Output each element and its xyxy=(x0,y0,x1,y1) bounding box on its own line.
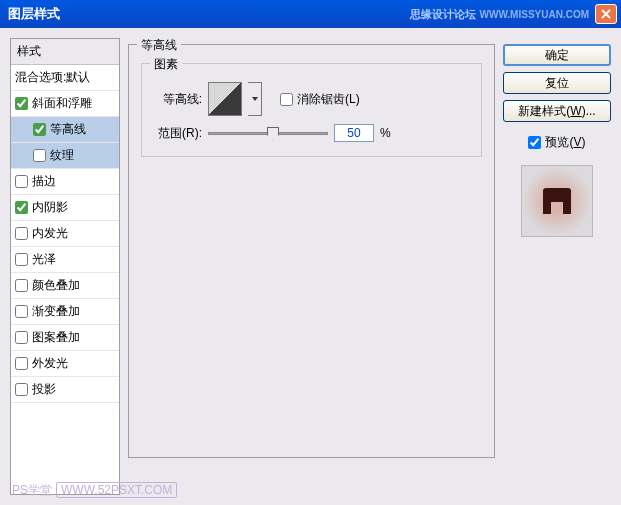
antialias-checkbox-label[interactable]: 消除锯齿(L) xyxy=(280,91,360,108)
style-item-4[interactable]: 描边 xyxy=(11,169,119,195)
style-item-1[interactable]: 斜面和浮雕 xyxy=(11,91,119,117)
range-input[interactable] xyxy=(334,124,374,142)
window-title: 图层样式 xyxy=(8,5,410,23)
close-button[interactable] xyxy=(595,4,617,24)
style-label-6: 内发光 xyxy=(32,225,68,242)
style-checkbox-4[interactable] xyxy=(15,175,28,188)
range-unit: % xyxy=(380,126,391,140)
styles-header: 样式 xyxy=(11,39,119,65)
chevron-down-icon xyxy=(251,95,259,103)
contour-group: 等高线 图素 等高线: 消除锯齿(L) 范围(R): xyxy=(128,44,495,458)
style-checkbox-8[interactable] xyxy=(15,279,28,292)
style-label-10: 图案叠加 xyxy=(32,329,80,346)
style-checkbox-10[interactable] xyxy=(15,331,28,344)
range-row: 范围(R): % xyxy=(152,124,471,142)
style-item-10[interactable]: 图案叠加 xyxy=(11,325,119,351)
style-item-8[interactable]: 颜色叠加 xyxy=(11,273,119,299)
close-icon xyxy=(600,8,612,20)
ok-button[interactable]: 确定 xyxy=(503,44,611,66)
antialias-checkbox[interactable] xyxy=(280,93,293,106)
brand-url: WWW.MISSYUAN.COM xyxy=(480,9,589,20)
style-label-1: 斜面和浮雕 xyxy=(32,95,92,112)
style-item-2[interactable]: 等高线 xyxy=(11,117,119,143)
style-checkbox-1[interactable] xyxy=(15,97,28,110)
style-label-9: 渐变叠加 xyxy=(32,303,80,320)
elements-group: 图素 等高线: 消除锯齿(L) 范围(R): xyxy=(141,63,482,157)
range-label: 范围(R): xyxy=(152,125,202,142)
preview-shape xyxy=(543,188,571,214)
contour-row: 等高线: 消除锯齿(L) xyxy=(152,82,471,116)
style-checkbox-5[interactable] xyxy=(15,201,28,214)
dialog-body: 样式 混合选项:默认斜面和浮雕等高线纹理描边内阴影内发光光泽颜色叠加渐变叠加图案… xyxy=(0,28,621,505)
style-item-7[interactable]: 光泽 xyxy=(11,247,119,273)
style-item-0[interactable]: 混合选项:默认 xyxy=(11,65,119,91)
style-checkbox-12[interactable] xyxy=(15,383,28,396)
style-checkbox-6[interactable] xyxy=(15,227,28,240)
style-label-2: 等高线 xyxy=(50,121,86,138)
style-label-5: 内阴影 xyxy=(32,199,68,216)
preview-checkbox-label[interactable]: 预览(V) xyxy=(503,134,611,151)
style-label-7: 光泽 xyxy=(32,251,56,268)
style-label-0: 混合选项:默认 xyxy=(15,69,90,86)
style-item-3[interactable]: 纹理 xyxy=(11,143,119,169)
style-checkbox-9[interactable] xyxy=(15,305,28,318)
preview-checkbox[interactable] xyxy=(528,136,541,149)
style-label-3: 纹理 xyxy=(50,147,74,164)
new-style-button[interactable]: 新建样式(W)... xyxy=(503,100,611,122)
style-checkbox-2[interactable] xyxy=(33,123,46,136)
antialias-text: 消除锯齿(L) xyxy=(297,91,360,108)
style-checkbox-3[interactable] xyxy=(33,149,46,162)
style-item-12[interactable]: 投影 xyxy=(11,377,119,403)
contour-dropdown[interactable] xyxy=(248,82,262,116)
watermark: PS学堂WWW.52PSXT.COM xyxy=(12,482,177,499)
style-item-11[interactable]: 外发光 xyxy=(11,351,119,377)
right-panel: 确定 复位 新建样式(W)... 预览(V) xyxy=(503,38,611,495)
style-label-11: 外发光 xyxy=(32,355,68,372)
styles-panel: 样式 混合选项:默认斜面和浮雕等高线纹理描边内阴影内发光光泽颜色叠加渐变叠加图案… xyxy=(10,38,120,495)
brand-text: 思缘设计论坛 xyxy=(410,7,476,22)
cancel-button[interactable]: 复位 xyxy=(503,72,611,94)
style-label-8: 颜色叠加 xyxy=(32,277,80,294)
titlebar: 图层样式 思缘设计论坛 WWW.MISSYUAN.COM xyxy=(0,0,621,28)
style-checkbox-7[interactable] xyxy=(15,253,28,266)
style-item-6[interactable]: 内发光 xyxy=(11,221,119,247)
slider-thumb[interactable] xyxy=(267,127,279,141)
style-checkbox-11[interactable] xyxy=(15,357,28,370)
range-slider[interactable] xyxy=(208,132,328,135)
contour-label: 等高线: xyxy=(152,91,202,108)
style-item-5[interactable]: 内阴影 xyxy=(11,195,119,221)
style-label-4: 描边 xyxy=(32,173,56,190)
inner-label: 图素 xyxy=(150,56,182,73)
contour-picker[interactable] xyxy=(208,82,242,116)
style-label-12: 投影 xyxy=(32,381,56,398)
content-panel: 等高线 图素 等高线: 消除锯齿(L) 范围(R): xyxy=(128,38,495,495)
style-item-9[interactable]: 渐变叠加 xyxy=(11,299,119,325)
group-label: 等高线 xyxy=(137,37,181,54)
preview-thumbnail xyxy=(521,165,593,237)
